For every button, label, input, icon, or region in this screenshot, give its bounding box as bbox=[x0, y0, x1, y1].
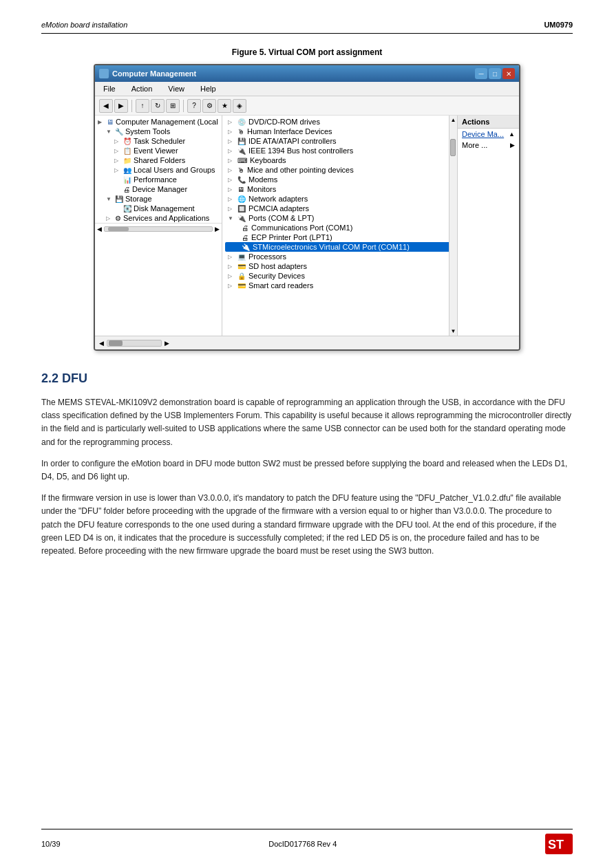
tree-services-label: Services and Applications bbox=[123, 214, 209, 222]
device-network[interactable]: ▷ 🌐 Network adapters bbox=[225, 194, 454, 204]
device-dvd[interactable]: ▷ 💿 DVD/CD-ROM drives bbox=[225, 117, 454, 127]
device-ide[interactable]: ▷ 💾 IDE ATA/ATAPI controllers bbox=[225, 136, 454, 146]
window-body: ▶ 🖥 Computer Management (Local ▼ 🔧 Syste… bbox=[95, 116, 519, 336]
menu-help[interactable]: Help bbox=[198, 83, 219, 94]
actions-more[interactable]: More ... ▶ bbox=[458, 140, 519, 151]
tree-device-manager-label: Device Manager bbox=[132, 185, 187, 193]
header-right: UM0979 bbox=[544, 21, 573, 29]
device-modems[interactable]: ▷ 📞 Modems bbox=[225, 175, 454, 184]
tree-system-tools-label: System Tools bbox=[125, 127, 170, 135]
paragraph-3: If the firmware version in use is lower … bbox=[41, 492, 573, 558]
device-st-virtual-com[interactable]: 🔌 STMicroelectronics Virtual COM Port (C… bbox=[225, 242, 454, 252]
tree-services[interactable]: ▷ ⚙ Services and Applications bbox=[95, 213, 222, 223]
toolbar-forward[interactable]: ▶ bbox=[114, 99, 128, 113]
paragraph-2: In order to configure the eMotion board … bbox=[41, 457, 573, 484]
window-title: Computer Management bbox=[99, 69, 196, 78]
close-button[interactable]: ✕ bbox=[502, 68, 515, 79]
tree-device-manager[interactable]: 🖨 Device Manager bbox=[95, 184, 222, 194]
statusbar-scroll[interactable]: ◀ ▶ bbox=[95, 336, 173, 349]
device-com1[interactable]: 🖨 Communications Port (COM1) bbox=[225, 223, 454, 232]
tree-root[interactable]: ▶ 🖥 Computer Management (Local bbox=[95, 117, 222, 127]
page-header: eMotion board installation UM0979 bbox=[41, 21, 573, 34]
tree-storage[interactable]: ▼ 💾 Storage bbox=[95, 194, 222, 204]
toolbar-refresh[interactable]: ↻ bbox=[151, 99, 165, 113]
tree-performance[interactable]: 📊 Performance bbox=[95, 175, 222, 184]
right-actions-pane: Actions Device Ma... ▲ More ... ▶ bbox=[457, 116, 519, 336]
menu-bar: File Action View Help bbox=[95, 82, 519, 96]
center-scrollbar[interactable]: ▲ ▼ bbox=[449, 116, 457, 336]
tree-performance-label: Performance bbox=[134, 175, 177, 184]
scroll-track[interactable] bbox=[107, 340, 162, 347]
menu-file[interactable]: File bbox=[100, 83, 118, 94]
svg-text:ST: ST bbox=[548, 838, 564, 851]
paragraph-1: The MEMS STEVAL-MKI109V2 demonstration b… bbox=[41, 396, 573, 449]
tree-shared-folders-label: Shared Folders bbox=[134, 156, 185, 164]
actions-device-manager[interactable]: Device Ma... ▲ bbox=[458, 129, 519, 140]
tree-event-viewer-label: Event Viewer bbox=[134, 147, 178, 155]
st-logo: ST bbox=[545, 834, 573, 854]
window-controls[interactable]: ─ □ ✕ bbox=[475, 68, 515, 79]
toolbar-separator-2 bbox=[183, 100, 184, 112]
device-ports[interactable]: ▼ 🔌 Ports (COM & LPT) bbox=[225, 213, 454, 223]
status-bar: ◀ ▶ bbox=[95, 336, 519, 349]
toolbar-map[interactable]: ⊞ bbox=[166, 99, 180, 113]
toolbar-extra1[interactable]: ★ bbox=[218, 99, 231, 113]
toolbar-settings[interactable]: ⚙ bbox=[202, 99, 216, 113]
scroll-thumb bbox=[109, 340, 123, 346]
device-lpt1[interactable]: 🖨 ECP Printer Port (LPT1) bbox=[225, 232, 454, 242]
tree-disk-management-label: Disk Management bbox=[134, 204, 195, 213]
tree-disk-management[interactable]: 💽 Disk Management bbox=[95, 204, 222, 213]
device-keyboards[interactable]: ▷ ⌨ Keyboards bbox=[225, 155, 454, 165]
tree-task-scheduler-label: Task Scheduler bbox=[134, 137, 185, 145]
device-list: ▷ 💿 DVD/CD-ROM drives ▷ 🖱 Human Interfac… bbox=[222, 116, 457, 292]
toolbar-separator-1 bbox=[131, 100, 132, 112]
minimize-button[interactable]: ─ bbox=[475, 68, 487, 79]
device-security[interactable]: ▷ 🔒 Security Devices bbox=[225, 271, 454, 281]
header-left: eMotion board installation bbox=[41, 21, 127, 29]
computer-management-window: Computer Management ─ □ ✕ File Action Vi… bbox=[94, 64, 520, 351]
device-mice[interactable]: ▷ 🖱 Mice and other pointing devices bbox=[225, 165, 454, 175]
toolbar-up[interactable]: ↑ bbox=[136, 99, 149, 113]
toolbar: ◀ ▶ ↑ ↻ ⊞ ? ⚙ ★ ◈ bbox=[95, 96, 519, 116]
tree-local-users[interactable]: ▷ 👥 Local Users and Groups bbox=[95, 165, 222, 175]
center-device-pane: ▷ 💿 DVD/CD-ROM drives ▷ 🖱 Human Interfac… bbox=[222, 116, 457, 336]
tree-shared-folders[interactable]: ▷ 📁 Shared Folders bbox=[95, 155, 222, 165]
toolbar-help[interactable]: ? bbox=[187, 99, 201, 113]
tree-scrollbar[interactable]: ◀ ▶ bbox=[95, 223, 222, 235]
toolbar-extra2[interactable]: ◈ bbox=[233, 99, 246, 113]
toolbar-back[interactable]: ◀ bbox=[99, 99, 113, 113]
tree-system-tools[interactable]: ▼ 🔧 System Tools bbox=[95, 127, 222, 136]
section-heading: 2.2 DFU bbox=[41, 371, 573, 386]
tree-arrow: ▶ bbox=[98, 119, 105, 125]
device-pcmcia[interactable]: ▷ 🔲 PCMCIA adapters bbox=[225, 204, 454, 213]
device-ieee[interactable]: ▷ 🔌 IEEE 1394 Bus host controllers bbox=[225, 146, 454, 155]
figure-title: Figure 5. Virtual COM port assignment bbox=[41, 47, 573, 57]
tree-root-label: Computer Management (Local bbox=[116, 118, 218, 126]
device-monitors[interactable]: ▷ 🖥 Monitors bbox=[225, 184, 454, 194]
footer-doc-id: DocID017768 Rev 4 bbox=[268, 840, 337, 848]
window-titlebar: Computer Management ─ □ ✕ bbox=[95, 65, 519, 82]
page-footer: 10/39 DocID017768 Rev 4 ST bbox=[41, 829, 573, 854]
actions-header: Actions bbox=[458, 116, 519, 129]
maximize-button[interactable]: □ bbox=[489, 68, 501, 79]
device-sd[interactable]: ▷ 💳 SD host adapters bbox=[225, 261, 454, 271]
tree-local-users-label: Local Users and Groups bbox=[134, 166, 215, 174]
menu-action[interactable]: Action bbox=[129, 83, 156, 94]
menu-view[interactable]: View bbox=[165, 83, 187, 94]
tree-event-viewer[interactable]: ▷ 📋 Event Viewer bbox=[95, 146, 222, 155]
device-processors[interactable]: ▷ 💻 Processors bbox=[225, 252, 454, 261]
section-dfu: 2.2 DFU The MEMS STEVAL-MKI109V2 demonst… bbox=[41, 371, 573, 558]
window-icon bbox=[99, 69, 109, 78]
tree-storage-label: Storage bbox=[125, 195, 152, 203]
tree-task-scheduler[interactable]: ▷ ⏰ Task Scheduler bbox=[95, 136, 222, 146]
left-tree-pane: ▶ 🖥 Computer Management (Local ▼ 🔧 Syste… bbox=[95, 116, 222, 336]
device-smartcard[interactable]: ▷ 💳 Smart card readers bbox=[225, 281, 454, 290]
footer-page-number: 10/39 bbox=[41, 840, 61, 848]
device-hid[interactable]: ▷ 🖱 Human Interface Devices bbox=[225, 127, 454, 136]
